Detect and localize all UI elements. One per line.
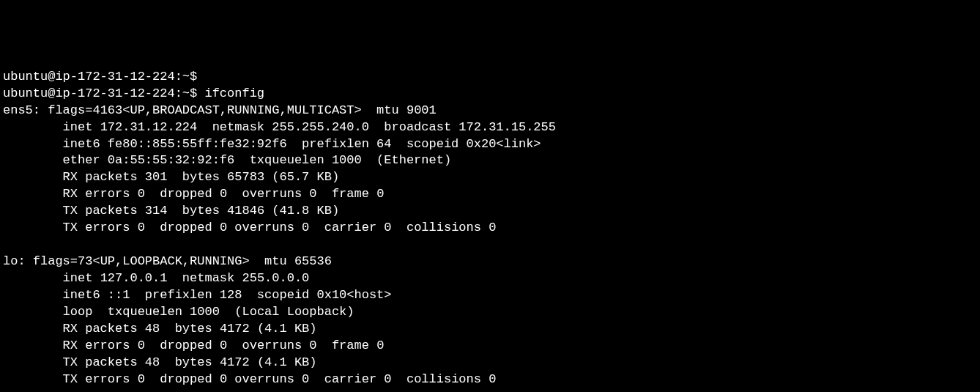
iface-lo-inet6: inet6 ::1 prefixlen 128 scopeid 0x10<hos…	[3, 288, 392, 302]
iface-lo-rx-packets: RX packets 48 bytes 4172 (4.1 KB)	[3, 322, 317, 336]
iface-prefixlen: 64	[376, 137, 391, 151]
iface-inet: 172.31.12.224	[100, 120, 198, 134]
iface-ens5-rx-packets: RX packets 301 bytes 65783 (65.7 KB)	[3, 170, 339, 184]
shell-prompt: ubuntu@ip-172-31-12-224:~$	[3, 70, 197, 84]
iface-scopeid: 0x10<host>	[317, 288, 392, 302]
iface-netmask: 255.255.240.0	[272, 120, 369, 134]
iface-lo-tx-packets: TX packets 48 bytes 4172 (4.1 KB)	[3, 355, 317, 369]
tx-overruns: 0	[302, 372, 309, 386]
iface-flags-list: UP,BROADCAST,RUNNING,MULTICAST	[130, 103, 354, 117]
iface-ens5-rx-errors: RX errors 0 dropped 0 overruns 0 frame 0	[3, 187, 384, 201]
tx-bytes: 41846 (41.8 KB)	[227, 204, 339, 218]
iface-inet: 127.0.0.1	[100, 271, 168, 285]
iface-lo-tx-errors: TX errors 0 dropped 0 overruns 0 carrier…	[3, 372, 496, 386]
iface-flags-num: 73	[78, 254, 92, 268]
iface-lo-header: lo: flags=73<UP,LOOPBACK,RUNNING> mtu 65…	[3, 254, 332, 268]
rx-errors: 0	[138, 339, 145, 352]
iface-ens5-tx-errors: TX errors 0 dropped 0 overruns 0 carrier…	[3, 221, 496, 234]
iface-lo-inet: inet 127.0.0.1 netmask 255.0.0.0	[3, 271, 309, 285]
tx-carrier: 0	[384, 372, 391, 386]
iface-type: (Local Loopback)	[234, 305, 354, 319]
rx-dropped: 0	[220, 339, 227, 352]
iface-type: (Ethernet)	[376, 153, 451, 167]
iface-flags-list: UP,LOOPBACK,RUNNING	[100, 254, 242, 268]
tx-collisions: 0	[489, 221, 496, 234]
command-text: ifconfig	[204, 86, 264, 100]
iface-broadcast: 172.31.15.255	[459, 120, 556, 134]
rx-packets: 48	[145, 322, 160, 336]
iface-txqueuelen: 1000	[332, 153, 362, 167]
tx-overruns: 0	[302, 221, 309, 234]
iface-ens5-ether: ether 0a:55:55:32:92:f6 txqueuelen 1000 …	[3, 153, 451, 167]
iface-prefixlen: 128	[220, 288, 242, 302]
rx-overruns: 0	[309, 339, 316, 352]
rx-frame: 0	[376, 187, 384, 201]
tx-carrier: 0	[384, 221, 391, 234]
prompt-line-command: ubuntu@ip-172-31-12-224:~$ ifconfig	[3, 86, 264, 100]
rx-errors: 0	[138, 187, 145, 201]
iface-name: lo	[3, 254, 18, 268]
rx-bytes: 65783 (65.7 KB)	[227, 170, 339, 184]
iface-ens5-tx-packets: TX packets 314 bytes 41846 (41.8 KB)	[3, 204, 339, 218]
iface-loop: loop	[63, 305, 93, 319]
tx-packets: 314	[145, 204, 168, 218]
iface-inet6: ::1	[108, 288, 130, 302]
tx-collisions: 0	[489, 372, 496, 386]
iface-lo-loop: loop txqueuelen 1000 (Local Loopback)	[3, 305, 354, 319]
rx-dropped: 0	[220, 187, 227, 201]
iface-mtu: 65536	[294, 254, 332, 268]
tx-errors: 0	[138, 372, 145, 386]
iface-scopeid: 0x20<link>	[467, 137, 541, 151]
prompt-line-empty: ubuntu@ip-172-31-12-224:~$	[3, 70, 197, 84]
rx-bytes: 4172 (4.1 KB)	[220, 322, 317, 336]
rx-packets: 301	[145, 170, 168, 184]
shell-prompt: ubuntu@ip-172-31-12-224:~$	[3, 86, 197, 100]
iface-lo-rx-errors: RX errors 0 dropped 0 overruns 0 frame 0	[3, 339, 384, 352]
iface-ens5-inet: inet 172.31.12.224 netmask 255.255.240.0…	[3, 120, 556, 134]
iface-mtu: 9001	[407, 103, 437, 117]
iface-netmask: 255.0.0.0	[242, 271, 309, 285]
iface-name: ens5	[3, 103, 33, 117]
tx-errors: 0	[138, 221, 145, 234]
iface-ens5-header: ens5: flags=4163<UP,BROADCAST,RUNNING,MU…	[3, 103, 437, 117]
rx-overruns: 0	[309, 187, 316, 201]
iface-txqueuelen: 1000	[190, 305, 220, 319]
iface-flags-num: 4163	[92, 103, 122, 117]
tx-dropped: 0	[220, 372, 227, 386]
terminal-output[interactable]: ubuntu@ip-172-31-12-224:~$ ubuntu@ip-172…	[3, 69, 977, 392]
iface-ether: 0a:55:55:32:92:f6	[108, 153, 234, 167]
tx-bytes: 4172 (4.1 KB)	[220, 355, 317, 369]
tx-dropped: 0	[220, 221, 227, 234]
tx-packets: 48	[145, 355, 160, 369]
iface-inet6: fe80::855:55ff:fe32:92f6	[108, 137, 287, 151]
iface-ens5-inet6: inet6 fe80::855:55ff:fe32:92f6 prefixlen…	[3, 137, 541, 151]
rx-frame: 0	[376, 339, 384, 352]
